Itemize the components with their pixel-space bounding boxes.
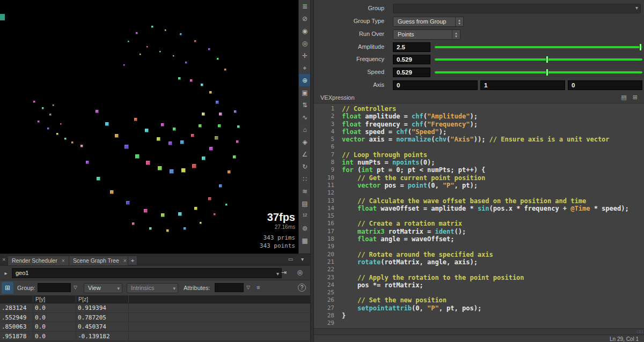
point-cube [147,46,148,48]
point-cube [237,125,240,128]
point-cube [199,124,202,128]
chevron-down-icon[interactable]: ▾ [635,5,638,11]
axis-x-field[interactable]: 0 [393,80,478,90]
view-dropdown[interactable]: View ▾ [84,283,122,293]
pane-splitter[interactable] [310,0,314,342]
line-number: 5 [314,136,342,143]
move-tool-icon[interactable]: ✛ [299,49,311,62]
pane-menu-icons[interactable]: ▭ ▾ [288,256,307,262]
list-mode-icon[interactable]: ≡ [257,284,260,291]
point-cube [219,184,222,188]
node-path-input[interactable]: geo1 ▾ [12,268,282,278]
home-view-icon[interactable]: ⌂ [299,123,311,136]
snap-points-icon[interactable]: ⊕ [299,74,311,86]
close-icon[interactable]: × [62,257,65,264]
point-cube [80,145,83,147]
secure-selection-icon[interactable]: ⊘ [299,12,311,25]
amplitude-slider[interactable] [435,42,642,53]
wave-deform-icon[interactable]: ∿ [299,111,311,123]
multisample-icon[interactable]: ≋ [299,185,311,197]
run-over-dropdown[interactable]: Points ▲▼ [393,29,460,40]
speed-slider[interactable] [435,67,642,78]
add-tab-button[interactable]: + [128,256,137,265]
param-row-frequency: Frequency 0.529 [314,54,644,65]
tab-scene-graph-tree[interactable]: Scene Graph Tree× [69,256,131,265]
code-text: } [342,312,346,319]
viewport-toolbar: ≣⊘◉◎✛⌖⊕▣⇅∿⌂◈∠↻∷≋▤¹²⊚▦ [298,0,310,254]
axis-z-field[interactable]: 0 [568,80,642,90]
material-icon[interactable]: ◈ [299,136,311,148]
recook-icon[interactable]: ↻ [299,160,311,173]
select-tool-icon[interactable]: ⌖ [299,62,311,74]
close-icon[interactable]: × [2,256,5,263]
frequency-field[interactable]: 0.529 [393,55,430,64]
point-cube [178,212,182,216]
code-text: vector pos = point(0, "P", pt); [342,182,478,189]
group-field[interactable]: ▾ [393,4,641,13]
intrinsics-dropdown[interactable]: Intrinsics ▾ [127,283,178,293]
angle-snap-icon[interactable]: ∠ [299,148,311,160]
tab-label: Scene Graph Tree [73,257,119,264]
point-cube [202,113,205,116]
viewport-edge-icon [0,14,5,20]
code-text: float amplitude = chf("Amplitude"); [342,113,478,120]
fps-readout: 37fps [260,211,295,224]
vex-code-editor[interactable]: 1// Controllers2float amplitude = chf("A… [314,103,644,328]
point-cube [149,227,152,230]
view-state-icon[interactable]: ◎ [299,37,311,49]
amplitude-field[interactable]: 2.5 [393,42,430,52]
frequency-value: 0.529 [397,56,412,63]
attributes-input[interactable] [215,283,244,292]
spreadsheet-header-row: P[y]P[z] [0,295,310,303]
code-line: 5vector axis = normalize(chv("Axis")); /… [314,136,644,143]
chevron-down-icon: ▾ [173,284,175,293]
node-path-value: geo1 [16,270,28,276]
help-button[interactable]: ? [298,284,306,292]
close-icon[interactable]: × [123,257,127,264]
slider-handle[interactable] [546,56,548,63]
point-cube [234,110,237,113]
param-label-frequency: Frequency [314,56,384,62]
camera-icon[interactable]: ◉ [299,25,311,37]
spinner-arrows-icon[interactable]: ▲▼ [455,17,463,26]
line-number: 16 [314,220,342,227]
vexpression-header-icons[interactable]: ▤ ⊞ [621,94,640,101]
slider-handle[interactable] [639,43,642,51]
param-label-run-over: Run Over [314,31,384,37]
line-number: 14 [314,205,342,212]
viewport-canvas[interactable]: 37fps 27.16ms 343 prims 343 points [0,0,298,254]
prim-count: 343 prims [260,234,295,241]
axis-y-field[interactable]: 1 [480,80,565,90]
onion-skin-icon[interactable]: ¹² [299,210,311,222]
param-label-group: Group [314,5,384,11]
line-number: 29 [314,319,342,327]
spinner-arrows-icon[interactable]: ▲▼ [452,30,460,39]
pane-menu-icon[interactable]: ≣ [299,0,311,12]
node-flag-icon[interactable]: ▸ [2,269,10,277]
param-row-group: Group ▾ [314,3,644,14]
template-icon[interactable]: ▤ [299,197,311,210]
point-cube [173,128,176,131]
frequency-slider[interactable] [435,54,642,65]
filter-icon[interactable]: ▽ [74,285,77,290]
code-line: 1// Controllers [314,105,644,113]
display-options-icon[interactable]: ▦ [299,234,311,247]
chevron-down-icon[interactable]: ▾ [276,269,279,278]
group-type-dropdown[interactable]: Guess from Group ▲▼ [393,17,464,27]
dop-display-icon[interactable]: ⊚ [299,222,311,234]
speed-field[interactable]: 0.529 [393,68,430,77]
table-cell: 0.0 [33,303,76,313]
handles-icon[interactable]: ⇅ [299,99,311,111]
editor-hscrollbar[interactable]: ∷∷ [314,328,644,334]
grid-icon[interactable]: ∷ [299,173,311,185]
path-bar-buttons[interactable]: ⇥ ◎ [281,269,307,276]
slider-handle[interactable] [546,69,548,76]
code-line: 11 vector pos = point(0, "P", pt); [314,182,644,189]
group-input[interactable] [38,283,71,292]
pin-viewer-button[interactable]: ⊞ [2,282,13,294]
filter-icon[interactable]: ▽ [246,285,250,290]
geometry-display-icon[interactable]: ▣ [299,86,311,99]
code-line: 6 [314,143,644,151]
tab-render-scheduler[interactable]: Render Scheduler× [8,256,69,265]
line-col-readout: Ln 29, Col 1 [610,336,639,342]
